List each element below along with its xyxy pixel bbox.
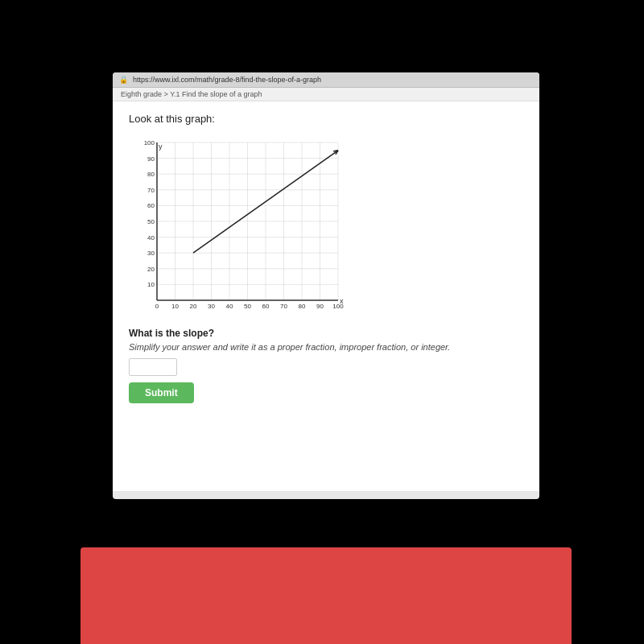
- page-title: Look at this graph:: [129, 113, 523, 125]
- lock-icon: 🔒: [119, 76, 128, 84]
- question-instruction: Simplify your answer and write it as a p…: [129, 342, 523, 352]
- question-label: What is the slope?: [129, 328, 523, 339]
- browser-bar: 🔒 https://www.ixl.com/math/grade-8/find-…: [113, 72, 539, 88]
- keyboard: [80, 547, 572, 644]
- laptop-screen: 🔒 https://www.ixl.com/math/grade-8/find-…: [113, 72, 539, 499]
- submit-button[interactable]: Submit: [129, 382, 194, 403]
- graph-container: [129, 133, 523, 318]
- answer-input[interactable]: [129, 358, 177, 376]
- graph-canvas: [129, 133, 346, 318]
- breadcrumb: Eighth grade > Y.1 Find the slope of a g…: [113, 88, 539, 101]
- question-section: What is the slope? Simplify your answer …: [129, 328, 523, 403]
- url-bar: https://www.ixl.com/math/grade-8/find-th…: [133, 76, 321, 84]
- page-content: Look at this graph: What is the slope? S…: [113, 101, 539, 491]
